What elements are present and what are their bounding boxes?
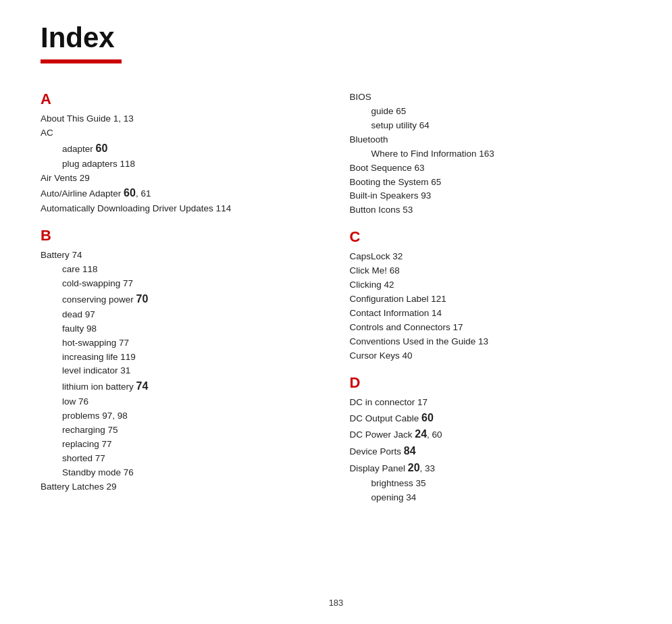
page-number: 183 [329, 598, 344, 608]
index-entry: Cursor Keys 40 [350, 349, 632, 363]
section-letter: D [350, 374, 632, 392]
index-entry: Bluetooth [350, 133, 632, 147]
index-section: BIOSguide 65setup utility 64BluetoothWhe… [350, 90, 632, 217]
bold-page-number: 70 [136, 293, 149, 305]
index-entry: plug adapters 118 [41, 157, 323, 172]
index-section: BBattery 74care 118cold-swapping 77conse… [41, 227, 323, 494]
index-entry: brightness 35 [350, 477, 632, 491]
index-entry: increasing life 119 [41, 350, 323, 365]
index-entry: setup utility 64 [350, 119, 632, 133]
page-title: Index [41, 22, 631, 54]
index-section: AAbout This Guide 1, 13ACadapter 60plug … [41, 90, 323, 216]
index-entry: dead 97 [41, 308, 323, 322]
index-columns: AAbout This Guide 1, 13ACadapter 60plug … [41, 90, 631, 516]
section-letter: B [41, 227, 323, 244]
bold-page-number: 24 [415, 428, 427, 440]
bold-page-number: 84 [404, 445, 416, 457]
index-entry: level indicator 31 [41, 364, 323, 378]
index-entry: Standby mode 76 [41, 466, 323, 480]
index-entry: care 118 [41, 263, 323, 277]
index-entry: Battery Latches 29 [41, 480, 323, 494]
index-section: DDC in connector 17DC Output Cable 60DC … [350, 374, 632, 505]
index-entry: Boot Sequence 63 [350, 161, 632, 176]
page-number-footer: 183 [0, 598, 672, 608]
index-entry: low 76 [41, 395, 323, 409]
red-bar-decoration [41, 59, 122, 63]
bold-page-number: 60 [421, 412, 434, 423]
index-entry: Conventions Used in the Guide 13 [350, 335, 632, 349]
index-entry: shorted 77 [41, 452, 323, 466]
index-entry: replacing 77 [41, 438, 323, 452]
index-entry: hot-swapping 77 [41, 336, 323, 350]
index-entry: Automatically Downloading Driver Updates… [41, 202, 323, 216]
index-section: CCapsLock 32Click Me! 68Clicking 42Confi… [350, 228, 632, 363]
section-letter: A [41, 90, 323, 108]
index-entry: recharging 75 [41, 423, 323, 438]
bold-page-number: 60 [124, 187, 136, 199]
left-column: AAbout This Guide 1, 13ACadapter 60plug … [41, 90, 323, 516]
right-column: BIOSguide 65setup utility 64BluetoothWhe… [350, 90, 632, 516]
index-entry: guide 65 [350, 105, 632, 119]
index-entry: CapsLock 32 [350, 250, 632, 264]
index-entry: Display Panel 20, 33 [350, 460, 632, 477]
index-entry: conserving power 70 [41, 291, 323, 308]
index-entry: Contact Information 14 [350, 307, 632, 321]
index-entry: Air Vents 29 [41, 172, 323, 186]
index-entry: About This Guide 1, 13 [41, 112, 323, 126]
index-entry: adapter 60 [41, 140, 323, 157]
bold-page-number: 60 [96, 142, 108, 154]
bold-page-number: 74 [136, 380, 149, 392]
section-letter: C [350, 228, 632, 246]
index-entry: problems 97, 98 [41, 409, 323, 423]
index-entry: AC [41, 126, 323, 140]
index-entry: faulty 98 [41, 322, 323, 336]
page-container: Index AAbout This Guide 1, 13ACadapter 6… [0, 0, 672, 556]
index-entry: opening 34 [350, 491, 632, 505]
index-entry: BIOS [350, 90, 632, 105]
index-entry: Battery 74 [41, 249, 323, 263]
index-entry: Built-in Speakers 93 [350, 189, 632, 203]
index-entry: Auto/Airline Adapter 60, 61 [41, 185, 323, 202]
index-entry: Booting the System 65 [350, 176, 632, 190]
index-entry: Click Me! 68 [350, 264, 632, 278]
index-entry: Device Ports 84 [350, 443, 632, 460]
index-entry: cold-swapping 77 [41, 277, 323, 291]
index-entry: Configuration Label 121 [350, 292, 632, 307]
index-entry: Clicking 42 [350, 278, 632, 292]
index-entry: lithium ion battery 74 [41, 378, 323, 395]
index-entry: Where to Find Information 163 [350, 147, 632, 161]
index-entry: DC in connector 17 [350, 396, 632, 410]
index-entry: DC Power Jack 24, 60 [350, 426, 632, 443]
index-entry: Controls and Connectors 17 [350, 321, 632, 335]
bold-page-number: 20 [408, 462, 420, 473]
index-entry: Button Icons 53 [350, 203, 632, 217]
index-entry: DC Output Cable 60 [350, 410, 632, 427]
